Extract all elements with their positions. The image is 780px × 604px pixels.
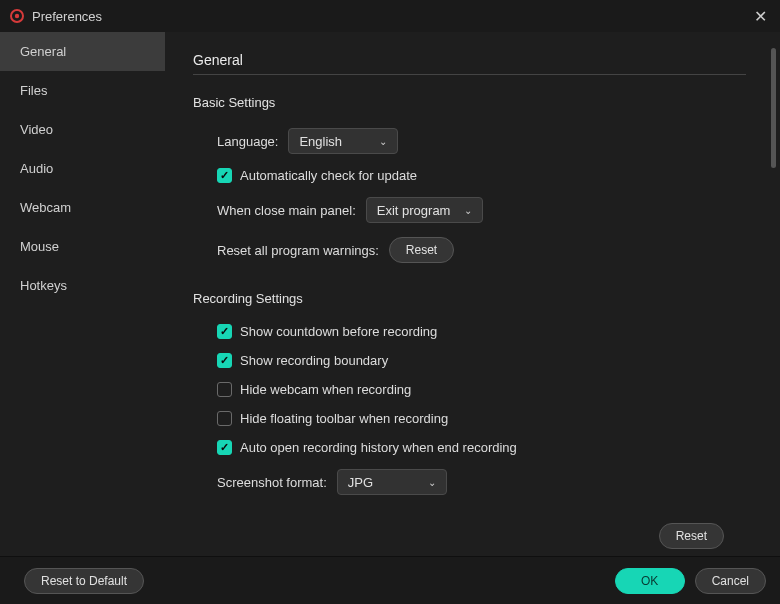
basic-settings-group: Language: English ⌄ Automatically check … — [193, 128, 752, 263]
screenshot-format-label: Screenshot format: — [217, 475, 327, 490]
auto-update-checkbox[interactable] — [217, 168, 232, 183]
recording-settings-title: Recording Settings — [193, 291, 752, 306]
hide-toolbar-checkbox[interactable] — [217, 411, 232, 426]
close-panel-value: Exit program — [377, 203, 451, 218]
section-heading: General — [193, 52, 746, 75]
auto-open-history-label: Auto open recording history when end rec… — [240, 440, 517, 455]
auto-open-history-checkbox[interactable] — [217, 440, 232, 455]
reset-warnings-button[interactable]: Reset — [389, 237, 454, 263]
language-label: Language: — [217, 134, 278, 149]
close-panel-label: When close main panel: — [217, 203, 356, 218]
hide-webcam-checkbox[interactable] — [217, 382, 232, 397]
app-logo-icon — [10, 9, 24, 23]
hide-webcam-label: Hide webcam when recording — [240, 382, 411, 397]
titlebar: Preferences ✕ — [0, 0, 780, 32]
language-select[interactable]: English ⌄ — [288, 128, 398, 154]
boundary-checkbox[interactable] — [217, 353, 232, 368]
cancel-button[interactable]: Cancel — [695, 568, 766, 594]
chevron-down-icon: ⌄ — [464, 205, 472, 216]
countdown-checkbox[interactable] — [217, 324, 232, 339]
reset-warnings-label: Reset all program warnings: — [217, 243, 379, 258]
svg-point-1 — [15, 14, 19, 18]
chevron-down-icon: ⌄ — [379, 136, 387, 147]
close-icon[interactable]: ✕ — [750, 6, 770, 26]
main-panel: General Basic Settings Language: English… — [165, 32, 780, 556]
sidebar-item-audio[interactable]: Audio — [0, 149, 165, 188]
screenshot-format-select[interactable]: JPG ⌄ — [337, 469, 447, 495]
close-panel-select[interactable]: Exit program ⌄ — [366, 197, 484, 223]
scrollbar-thumb[interactable] — [771, 48, 776, 168]
sidebar-item-mouse[interactable]: Mouse — [0, 227, 165, 266]
sidebar-item-hotkeys[interactable]: Hotkeys — [0, 266, 165, 305]
sidebar-item-video[interactable]: Video — [0, 110, 165, 149]
sidebar-item-webcam[interactable]: Webcam — [0, 188, 165, 227]
sidebar-item-files[interactable]: Files — [0, 71, 165, 110]
boundary-label: Show recording boundary — [240, 353, 388, 368]
reset-default-button[interactable]: Reset to Default — [24, 568, 144, 594]
ok-button[interactable]: OK — [615, 568, 685, 594]
footer: Reset to Default OK Cancel — [0, 556, 780, 604]
countdown-label: Show countdown before recording — [240, 324, 437, 339]
basic-settings-title: Basic Settings — [193, 95, 752, 110]
language-value: English — [299, 134, 342, 149]
hide-toolbar-label: Hide floating toolbar when recording — [240, 411, 448, 426]
chevron-down-icon: ⌄ — [428, 477, 436, 488]
auto-update-label: Automatically check for update — [240, 168, 417, 183]
sidebar: General Files Video Audio Webcam Mouse H… — [0, 32, 165, 556]
screenshot-format-value: JPG — [348, 475, 373, 490]
sidebar-item-general[interactable]: General — [0, 32, 165, 71]
reset-section-button[interactable]: Reset — [659, 523, 724, 549]
recording-settings-group: Show countdown before recording Show rec… — [193, 324, 752, 495]
window-title: Preferences — [32, 9, 750, 24]
